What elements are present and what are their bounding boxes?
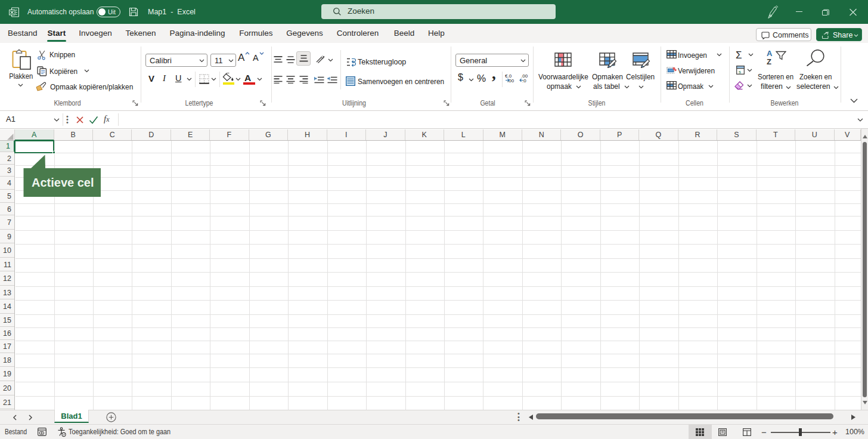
svg-text:s: s xyxy=(739,69,741,75)
